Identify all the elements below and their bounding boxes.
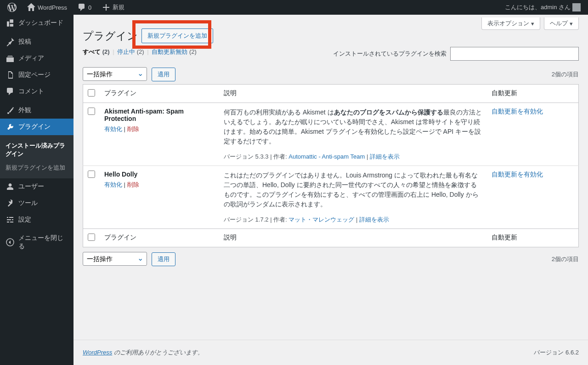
comments-link[interactable]: 0 <box>74 0 95 15</box>
sidebar-item-posts[interactable]: 投稿 <box>0 34 74 50</box>
user-greeting[interactable]: こんにちは、admin さん <box>501 0 584 15</box>
row-checkbox[interactable] <box>88 108 95 115</box>
brush-icon <box>6 106 15 115</box>
wrench-icon <box>6 199 15 208</box>
screen-options-button[interactable]: 表示オプション ▾ <box>481 17 540 30</box>
comment-icon <box>77 3 86 12</box>
plugin-description: これはただのプラグインではありません。Louis Armstrong によって歌… <box>224 171 482 209</box>
sidebar-item-comments[interactable]: コメント <box>0 83 74 100</box>
plugin-name: Akismet Anti-spam: Spam Protection <box>104 108 215 122</box>
delete-link[interactable]: 削除 <box>127 125 139 132</box>
details-link[interactable]: 詳細を表示 <box>359 216 389 223</box>
admin-footer: WordPress のご利用ありがとうございます。 バージョン 6.6.2 <box>74 340 588 365</box>
admin-topbar: WordPress 0 新規 こんにちは、admin さん <box>0 0 588 15</box>
plugin-meta: バージョン 1.7.2 | 作者: マット・マレンウェッグ | 詳細を表示 <box>224 216 482 224</box>
col-plugin[interactable]: プラグイン <box>100 85 219 103</box>
bulk-action-select-bottom[interactable]: 一括操作 <box>83 252 147 266</box>
select-all-checkbox[interactable] <box>88 89 95 97</box>
author-link[interactable]: Automattic - Anti-spam Team <box>288 153 365 160</box>
enable-auto-update-link[interactable]: 自動更新を有効化 <box>492 108 543 115</box>
sliders-icon <box>6 215 15 224</box>
col-plugin[interactable]: プラグイン <box>100 229 219 247</box>
site-home-link[interactable]: WordPress <box>23 0 71 15</box>
admin-sidebar: ダッシュボード 投稿 メディア 固定ページ コメント 外観 プラグイン インスト… <box>0 15 74 365</box>
version-text: バージョン 6.6.2 <box>534 348 579 357</box>
apply-bulk-button[interactable]: 適用 <box>152 68 175 81</box>
filter-auto-update-off[interactable]: 自動更新無効 (2) <box>152 48 197 55</box>
sidebar-item-appearance[interactable]: 外観 <box>0 102 74 119</box>
apply-bulk-button-bottom[interactable]: 適用 <box>152 252 175 266</box>
table-row: Akismet Anti-spam: Spam Protection 有効化 |… <box>83 103 579 166</box>
details-link[interactable]: 詳細を表示 <box>370 153 400 160</box>
sidebar-item-settings[interactable]: 設定 <box>0 211 74 228</box>
new-content-link[interactable]: 新規 <box>98 0 128 15</box>
enable-auto-update-link[interactable]: 自動更新を有効化 <box>492 171 543 178</box>
activate-link[interactable]: 有効化 <box>104 181 122 188</box>
comment-count: 0 <box>88 4 91 11</box>
sidebar-item-users[interactable]: ユーザー <box>0 178 74 195</box>
sidebar-item-pages[interactable]: 固定ページ <box>0 67 74 83</box>
row-checkbox[interactable] <box>88 171 95 178</box>
new-label: 新規 <box>113 3 124 11</box>
plugins-table: プラグイン 説明 自動更新 Akismet Anti-spam: Spam Pr… <box>83 84 579 247</box>
author-link[interactable]: マット・マレンウェッグ <box>288 216 354 223</box>
bulk-action-select[interactable]: 一括操作 <box>83 67 147 81</box>
col-auto-update[interactable]: 自動更新 <box>487 85 579 103</box>
filter-inactive[interactable]: 停止中 (2) <box>117 48 144 55</box>
page-icon <box>6 70 15 80</box>
delete-link[interactable]: 削除 <box>127 181 139 188</box>
filter-all[interactable]: すべて (2) <box>83 48 110 55</box>
sidebar-subitem-add-plugin[interactable]: 新規プラグインを追加 <box>0 161 74 175</box>
sidebar-item-dashboard[interactable]: ダッシュボード <box>0 15 74 31</box>
chevron-down-icon: ▾ <box>531 20 534 27</box>
sidebar-subitem-installed-plugins[interactable]: インストール済みプラグイン <box>0 139 74 161</box>
item-count: 2個の項目 <box>552 70 579 79</box>
wp-logo[interactable] <box>4 0 20 15</box>
users-icon <box>6 182 15 191</box>
sidebar-item-media[interactable]: メディア <box>0 50 74 67</box>
media-icon <box>6 54 15 63</box>
select-all-checkbox-bottom[interactable] <box>88 234 95 241</box>
add-new-plugin-button[interactable]: 新規プラグインを追加 <box>141 29 213 43</box>
item-count-bottom: 2個の項目 <box>552 255 579 263</box>
sidebar-item-tools[interactable]: ツール <box>0 195 74 211</box>
sidebar-item-plugins[interactable]: プラグイン <box>0 119 74 135</box>
home-icon <box>27 3 36 12</box>
collapse-icon <box>6 238 15 247</box>
plus-icon <box>102 3 111 12</box>
dashboard-icon <box>6 18 15 28</box>
help-button[interactable]: ヘルプ ▾ <box>544 17 579 30</box>
wordpress-icon <box>7 3 17 12</box>
activate-link[interactable]: 有効化 <box>104 125 122 132</box>
plugin-search-input[interactable] <box>450 47 579 61</box>
search-label: インストールされているプラグインを検索 <box>333 50 447 58</box>
chevron-down-icon: ▾ <box>570 20 573 27</box>
sidebar-submenu-plugins: インストール済みプラグイン 新規プラグインを追加 <box>0 135 74 178</box>
plugin-meta: バージョン 5.3.3 | 作者: Automattic - Anti-spam… <box>224 153 482 161</box>
col-auto-update[interactable]: 自動更新 <box>487 229 579 247</box>
plugin-description: 何百万もの利用実績がある Akismet はあなたのブログをスパムから保護する最… <box>224 108 482 146</box>
col-description: 説明 <box>219 229 487 247</box>
plugin-name: Hello Dolly <box>104 171 215 178</box>
wordpress-link[interactable]: WordPress <box>83 349 112 356</box>
page-title: プラグイン <box>83 29 138 43</box>
table-row: Hello Dolly 有効化 | 削除 これはただのプラグインではありません。… <box>83 166 579 229</box>
comment-icon <box>6 87 15 96</box>
plug-icon <box>6 122 15 131</box>
pin-icon <box>6 37 15 46</box>
site-name: WordPress <box>38 4 67 11</box>
sidebar-collapse[interactable]: メニューを閉じる <box>0 230 74 254</box>
col-description: 説明 <box>219 85 487 103</box>
avatar <box>572 3 581 11</box>
